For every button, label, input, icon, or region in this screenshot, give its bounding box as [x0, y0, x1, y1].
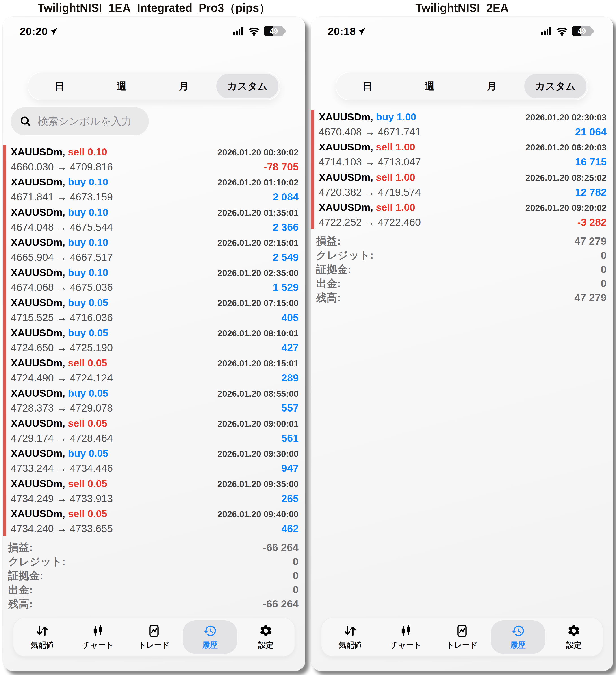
trade-symbol: XAUUSDm, buy 0.10 — [11, 177, 108, 188]
trade-profit: 16 715 — [575, 156, 607, 167]
trade-row[interactable]: XAUUSDm, buy 0.102026.01.20 02:35:004674… — [3, 265, 305, 295]
trade-row[interactable]: XAUUSDm, buy 0.102026.01.20 01:10:024671… — [3, 174, 305, 205]
tab-週[interactable]: 週 — [91, 72, 153, 100]
summary-row: 出金:0 — [316, 277, 607, 291]
trade-symbol: XAUUSDm, sell 1.00 — [319, 202, 415, 213]
summary-label: 出金: — [316, 277, 341, 291]
nav-item-label: チャート — [390, 640, 421, 650]
summary-row: 残高:-66 264 — [8, 597, 298, 611]
history-clock-icon — [203, 624, 217, 638]
trade-side-lot: buy 0.05 — [68, 297, 108, 308]
nav-item-quotes[interactable]: 気配値 — [15, 620, 70, 654]
trade-prices: 4714.103 → 4713.047 — [319, 156, 421, 167]
trade-row[interactable]: XAUUSDm, sell 1.002026.01.20 08:25:02472… — [311, 170, 613, 200]
trade-profit: 21 064 — [575, 127, 607, 138]
nav-item-charts[interactable]: チャート — [379, 620, 433, 654]
trade-row[interactable]: XAUUSDm, buy 0.102026.01.20 02:15:014665… — [3, 235, 305, 265]
nav-item-settings[interactable]: 設定 — [546, 620, 601, 654]
summary-value: 0 — [293, 570, 298, 582]
tab-カスタム[interactable]: カスタム — [524, 74, 587, 98]
summary-value: 0 — [601, 263, 607, 275]
nav-item-charts[interactable]: チャート — [71, 620, 125, 654]
trade-row[interactable]: XAUUSDm, sell 0.052026.01.20 09:35:00473… — [3, 476, 305, 506]
trade-side-lot: sell 0.05 — [68, 478, 107, 489]
trade-row[interactable]: XAUUSDm, sell 0.052026.01.20 09:00:01472… — [3, 416, 305, 446]
trade-prices: 4674.068 → 4675.036 — [11, 282, 113, 293]
trade-profit: 557 — [281, 402, 298, 414]
trade-prices: 4670.408 → 4671.741 — [319, 127, 421, 138]
trade-profit: 2 549 — [273, 252, 298, 263]
trade-row-line-2: 4670.408 → 4671.74121 064 — [319, 127, 607, 138]
candlestick-icon — [91, 624, 105, 638]
trade-symbol: XAUUSDm, sell 0.05 — [11, 478, 107, 489]
trade-row-line-1: XAUUSDm, sell 0.052026.01.20 09:35:00 — [11, 478, 298, 489]
trade-row[interactable]: XAUUSDm, buy 0.052026.01.20 08:55:004728… — [3, 386, 305, 416]
nav-item-label: 気配値 — [339, 640, 362, 650]
trade-history-list: XAUUSDm, sell 0.102026.01.20 00:30:02466… — [3, 144, 305, 536]
trade-prices: 4720.382 → 4719.574 — [319, 187, 421, 198]
trade-symbol: XAUUSDm, buy 0.05 — [11, 297, 108, 308]
nav-item-history[interactable]: 履歴 — [183, 620, 237, 654]
trade-row[interactable]: XAUUSDm, sell 1.002026.01.20 06:20:03471… — [311, 140, 613, 169]
trade-side-lot: buy 0.10 — [68, 176, 108, 188]
nav-item-trade[interactable]: トレード — [435, 620, 489, 654]
trade-datetime: 2026.01.20 08:15:01 — [217, 359, 298, 368]
nav-item-label: 気配値 — [31, 640, 54, 650]
trade-datetime: 2026.01.20 08:55:00 — [217, 389, 298, 398]
trade-row-line-2: 4715.525 → 4716.036405 — [11, 312, 298, 323]
trade-row-line-2: 4724.650 → 4725.190427 — [11, 342, 298, 353]
nav-item-label: トレード — [447, 640, 477, 650]
trade-symbol: XAUUSDm, sell 1.00 — [319, 172, 415, 183]
nav-item-settings[interactable]: 設定 — [239, 620, 293, 654]
trade-profit: 427 — [281, 342, 298, 353]
trade-row[interactable]: XAUUSDm, sell 1.002026.01.20 09:20:02472… — [311, 200, 613, 230]
tab-カスタム[interactable]: カスタム — [216, 74, 279, 98]
trade-row[interactable]: XAUUSDm, buy 0.102026.01.20 01:35:014674… — [3, 205, 305, 235]
trade-screen-icon — [147, 624, 161, 638]
nav-item-label: 設定 — [566, 640, 582, 650]
nav-item-label: トレード — [139, 640, 169, 650]
status-icons: 49 — [233, 26, 286, 36]
trade-row-line-2: 4720.382 → 4719.57412 782 — [319, 187, 607, 198]
tab-月[interactable]: 月 — [153, 72, 215, 100]
trade-row[interactable]: XAUUSDm, buy 0.052026.01.20 08:10:014724… — [3, 325, 305, 356]
trade-datetime: 2026.01.20 02:30:03 — [525, 113, 607, 122]
trade-row[interactable]: XAUUSDm, sell 0.102026.01.20 00:30:02466… — [3, 144, 305, 174]
trade-profit: 2 084 — [273, 192, 298, 203]
summary-label: クレジット: — [8, 554, 66, 569]
trade-row-line-1: XAUUSDm, sell 0.102026.01.20 00:30:02 — [11, 147, 298, 157]
trade-symbol: XAUUSDm, buy 0.10 — [11, 237, 108, 248]
tab-日[interactable]: 日 — [28, 72, 91, 100]
trade-row-line-1: XAUUSDm, buy 0.052026.01.20 07:15:00 — [11, 297, 298, 308]
nav-item-quotes[interactable]: 気配値 — [323, 620, 377, 654]
trade-row[interactable]: XAUUSDm, buy 0.052026.01.20 07:15:004715… — [3, 295, 305, 325]
gear-icon — [259, 624, 273, 638]
tab-月[interactable]: 月 — [461, 72, 523, 100]
summary-label: 損益: — [316, 234, 341, 248]
trade-prices: 4728.373 → 4729.078 — [11, 402, 113, 414]
nav-item-label: 設定 — [258, 640, 273, 650]
trade-row[interactable]: XAUUSDm, sell 0.052026.01.20 09:40:00473… — [3, 506, 305, 536]
summary-label: クレジット: — [316, 248, 373, 262]
trade-side-lot: buy 0.05 — [68, 327, 108, 339]
search-input[interactable]: 検索シンボルを入力 — [11, 107, 149, 136]
nav-item-label: チャート — [83, 640, 113, 650]
tab-週[interactable]: 週 — [399, 72, 461, 100]
nav-item-trade[interactable]: トレード — [127, 620, 181, 654]
nav-item-history[interactable]: 履歴 — [491, 620, 545, 654]
trade-row[interactable]: XAUUSDm, buy 1.002026.01.20 02:30:034670… — [311, 109, 613, 140]
tab-日[interactable]: 日 — [336, 72, 399, 100]
trade-side-lot: sell 0.05 — [68, 508, 107, 519]
trade-symbol: XAUUSDm, buy 0.10 — [11, 267, 108, 278]
trade-row[interactable]: XAUUSDm, buy 0.052026.01.20 09:30:004733… — [3, 446, 305, 476]
trade-row[interactable]: XAUUSDm, sell 0.052026.01.20 08:15:01472… — [3, 356, 305, 385]
trade-side-lot: buy 0.10 — [68, 267, 108, 278]
wifi-icon — [248, 26, 260, 36]
wifi-icon — [556, 26, 568, 36]
summary-label: 損益: — [8, 540, 33, 554]
trade-datetime: 2026.01.20 07:15:00 — [217, 298, 298, 308]
gear-icon — [567, 624, 581, 638]
trade-datetime: 2026.01.20 09:30:00 — [217, 449, 298, 458]
trade-row-line-1: XAUUSDm, buy 0.102026.01.20 02:35:00 — [11, 267, 298, 278]
summary-value: -66 264 — [263, 598, 298, 610]
